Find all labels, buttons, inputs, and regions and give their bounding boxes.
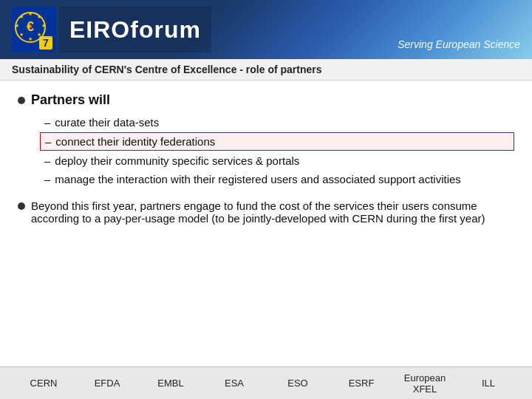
- footer-esrf: ESRF: [330, 378, 393, 389]
- sub-item-3: – deploy their community specific servic…: [40, 152, 514, 169]
- sub-item-4-text: manage the interaction with their regist…: [55, 173, 460, 185]
- sub-item-1: – curate their data-sets: [40, 114, 514, 131]
- beyond-text: Beyond this first year, partners engage …: [31, 200, 514, 225]
- svg-text:★: ★: [19, 32, 24, 37]
- main-content: Partners will – curate their data-sets –…: [0, 81, 532, 366]
- sub-item-3-text: deploy their community specific services…: [55, 154, 299, 167]
- sub-item-2-text: connect their identity federations: [55, 135, 215, 148]
- bullet-dot-2: [18, 202, 25, 210]
- eiroforum-text: EIROforum: [69, 16, 201, 44]
- footer-cern: CERN: [12, 378, 75, 389]
- e7-logo: ★ ★ ★ ★ ★ ★ ★ ★ € 7: [12, 7, 56, 52]
- svg-text:★: ★: [19, 14, 24, 19]
- svg-text:★: ★: [28, 11, 33, 16]
- footer-esa: ESA: [202, 378, 266, 389]
- title-bar: Sustainability of CERN's Centre of Excel…: [0, 59, 532, 81]
- slide: ★ ★ ★ ★ ★ ★ ★ ★ € 7 EIROforum: [0, 0, 532, 399]
- eu-logo-svg: ★ ★ ★ ★ ★ ★ ★ ★ € 7: [14, 8, 54, 51]
- logo-block: ★ ★ ★ ★ ★ ★ ★ ★ € 7 EIROforum: [12, 7, 211, 52]
- svg-text:★: ★: [37, 32, 41, 37]
- serving-text: Serving European Science: [398, 38, 520, 50]
- svg-text:7: 7: [43, 37, 49, 49]
- sub-items-list: – curate their data-sets – connect their…: [40, 114, 514, 188]
- partners-will-header: Partners will: [18, 92, 514, 108]
- svg-text:★: ★: [37, 14, 41, 19]
- bullet-dot-1: [18, 97, 25, 104]
- header: ★ ★ ★ ★ ★ ★ ★ ★ € 7 EIROforum: [0, 0, 532, 59]
- footer-european-xfel: European XFEL: [393, 372, 457, 395]
- svg-text:★: ★: [41, 23, 46, 28]
- partners-will-label: Partners will: [31, 92, 110, 108]
- eiroforum-logo: EIROforum: [59, 7, 211, 52]
- partners-will-section: Partners will – curate their data-sets –…: [18, 92, 514, 188]
- footer-efda: EFDA: [75, 378, 139, 389]
- footer: CERN EFDA EMBL ESA ESO ESRF European XFE…: [0, 366, 532, 399]
- svg-text:★: ★: [28, 36, 33, 41]
- sub-item-2-highlighted: – connect their identity federations: [40, 132, 514, 151]
- sub-item-1-text: curate their data-sets: [55, 116, 159, 129]
- footer-eso: ESO: [266, 378, 330, 389]
- footer-embl: EMBL: [139, 378, 202, 389]
- svg-text:€: €: [27, 19, 34, 34]
- title-text: Sustainability of CERN's Centre of Excel…: [12, 64, 322, 75]
- beyond-section: Beyond this first year, partners engage …: [18, 200, 514, 225]
- footer-ill: ILL: [457, 378, 520, 389]
- sub-item-4: – manage the interaction with their regi…: [40, 171, 514, 188]
- svg-text:★: ★: [15, 23, 19, 28]
